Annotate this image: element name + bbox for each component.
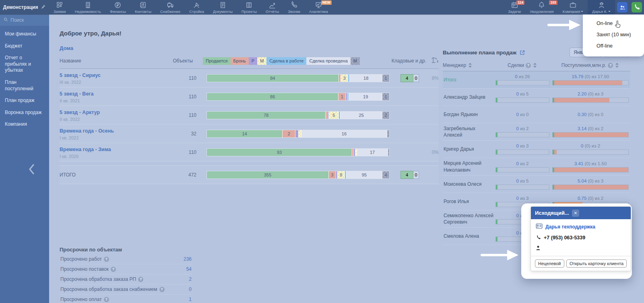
arrow-to-call-popup: [481, 249, 521, 261]
open-client-card-button[interactable]: Открыть карточку клиента: [566, 259, 627, 268]
non-target-button[interactable]: Нецелевой: [535, 259, 564, 268]
chevron-left-icon: [27, 170, 36, 177]
manager-name[interactable]: Семикопенко Алексей Сергеевич: [443, 212, 494, 225]
nav-user-area: 114 Задачи 103 Уведомления Компания Дарь…: [504, 0, 644, 15]
sidebar-item[interactable]: Воронка продаж: [0, 107, 49, 119]
manager-name[interactable]: Богдан Ядыкин: [443, 111, 494, 118]
help-icon[interactable]: ?: [104, 257, 109, 262]
sidebar-item[interactable]: План поступлений: [0, 77, 49, 95]
manager-name[interactable]: Кригер Дарья: [443, 146, 494, 152]
sort-icon[interactable]: [468, 62, 473, 68]
nav-item-building[interactable]: Недвижимость: [70, 0, 105, 15]
manager-name[interactable]: Мерцев Арсений Николаевич: [443, 160, 494, 173]
sidebar-item[interactable]: План продаж: [0, 95, 49, 107]
grid-icon: [56, 1, 64, 9]
nav-item-report[interactable]: Отчёты: [261, 0, 283, 15]
home-link[interactable]: 5 звезд - Сириус: [60, 73, 101, 78]
help-icon[interactable]: ?: [159, 287, 165, 292]
home-link[interactable]: Времена года - Осень: [60, 128, 114, 134]
nav-item-construction[interactable]: Стройка: [185, 0, 208, 15]
receipts-progress-bar: [552, 167, 629, 172]
nav-item-phone[interactable]: Звонки: [283, 0, 305, 15]
bar-segment-salmon: 1: [338, 93, 345, 100]
nav-item-briefcase[interactable]: Компания: [558, 0, 588, 15]
help-icon[interactable]: ?: [526, 63, 531, 68]
home-status-bar[interactable]: 843181: [206, 74, 390, 82]
home-status-bar[interactable]: 9317: [206, 148, 390, 156]
total-status-bar[interactable]: 35538954: [206, 171, 390, 179]
sidebar-item[interactable]: Бюджет: [0, 40, 49, 52]
nav-badge: NEW: [321, 0, 332, 5]
overdue-row: Просрочено поставок? 54: [60, 264, 192, 274]
homes-title[interactable]: Дома: [60, 45, 439, 51]
sales-table-header: Менеджер Сделки ? Поступления,млн.р. ?: [443, 62, 630, 71]
contact-name-link[interactable]: Дарья техподдержка: [545, 224, 595, 230]
manager-name[interactable]: Итого: [443, 77, 494, 83]
manager-name[interactable]: Александр Зайцев: [443, 94, 494, 100]
nav-item-label: Заявки: [54, 9, 66, 14]
help-icon[interactable]: ?: [104, 297, 109, 302]
workspace-switcher[interactable]: Демонстрация: [0, 0, 49, 15]
call-popup-footer: Нецелевой Открыть карточку клиента: [531, 256, 631, 271]
nav-item-label: Дарья К.: [592, 9, 611, 14]
call-popup-header[interactable]: Исходящий... ×: [531, 207, 631, 219]
nav-item-document[interactable]: Документы: [208, 0, 237, 15]
arrow-to-status-dropdown: [547, 19, 582, 31]
nav-item-calendar[interactable]: 114 Задачи: [504, 0, 525, 15]
overdue-value[interactable]: 236: [184, 256, 192, 262]
overdue-label: Просрочена обработка заказа снабжением: [60, 286, 157, 292]
nav-item-contacts[interactable]: Контакты: [130, 0, 156, 15]
manager-name[interactable]: Смелова Алена: [443, 233, 494, 239]
nav-item-user[interactable]: Дарья К.: [588, 0, 615, 15]
homes-widget: Дома Название Объекты ПродаетсяБроньРМСд…: [60, 45, 439, 184]
overdue-value[interactable]: 54: [186, 266, 192, 272]
nav-item-grid[interactable]: Заявки: [49, 0, 70, 15]
crane-sort-icon[interactable]: [431, 56, 439, 66]
contacts-panel-button[interactable]: [617, 2, 627, 12]
status-option-2[interactable]: Off-line: [583, 40, 644, 52]
bar-segment-light: 16: [301, 130, 387, 137]
sidebar-item[interactable]: Отчет о прибылях и убытках: [0, 52, 49, 77]
sales-row: Итого 0 из 26 15.79 (0) из 17.50: [443, 71, 630, 89]
sidebar-collapse-button[interactable]: [27, 163, 36, 177]
pin-icon[interactable]: [40, 4, 46, 11]
manager-name[interactable]: Моисеева Олеся: [443, 181, 494, 187]
manager-name[interactable]: Загребельных Алексей: [443, 125, 494, 138]
bar-segment-dark: [387, 130, 389, 137]
nav-item-ruble[interactable]: Финансы: [105, 0, 130, 15]
receipts-value: 5.04 (0) из 3: [578, 178, 603, 183]
status-option-1[interactable]: Занят (10 мин): [583, 29, 644, 40]
home-status-bar[interactable]: 785252: [206, 111, 390, 119]
help-icon[interactable]: ?: [608, 63, 613, 68]
sidebar-search[interactable]: [0, 15, 49, 26]
nav-item-project[interactable]: Проекты: [237, 0, 261, 15]
storage-mini-bar: 40: [400, 171, 419, 179]
home-status-bar[interactable]: 14216: [206, 130, 390, 138]
sidebar-item[interactable]: Мои финансы: [0, 28, 49, 40]
home-link[interactable]: 5 звезд - Арктур: [60, 110, 100, 115]
nav-item-truck[interactable]: Снабжение: [156, 0, 185, 15]
nav-item-bell[interactable]: 103 Уведомления: [525, 0, 558, 15]
sidebar-item[interactable]: Компания: [0, 118, 49, 131]
home-link[interactable]: 5 звезд - Вега: [60, 91, 94, 97]
home-link[interactable]: Времена года - Зима: [60, 147, 111, 152]
home-objects-count: 110: [176, 149, 196, 155]
manager-name[interactable]: Рогов Илья: [443, 198, 494, 205]
external-link-icon[interactable]: [519, 50, 525, 56]
chevron-down-icon: [581, 11, 583, 13]
overdue-value[interactable]: 1: [189, 297, 192, 302]
search-input[interactable]: [10, 17, 45, 23]
sort-icon[interactable]: [533, 62, 537, 68]
sort-icon[interactable]: [615, 62, 619, 68]
user-icon: [598, 1, 605, 9]
help-icon[interactable]: ?: [111, 267, 116, 272]
call-popup-title: Исходящий...: [535, 210, 569, 216]
sales-row: Моисеева Олеся 0 из 5 5.04 (0) из 3: [443, 176, 630, 193]
home-status-bar[interactable]: 861191: [206, 93, 390, 101]
close-icon[interactable]: ×: [572, 210, 579, 217]
overdue-value[interactable]: 2: [189, 276, 192, 282]
overdue-value[interactable]: 0: [189, 286, 192, 292]
call-panel-button[interactable]: [632, 2, 642, 12]
help-icon[interactable]: ?: [138, 277, 143, 282]
nav-item-analytics[interactable]: NEW Аналитика: [305, 0, 332, 15]
